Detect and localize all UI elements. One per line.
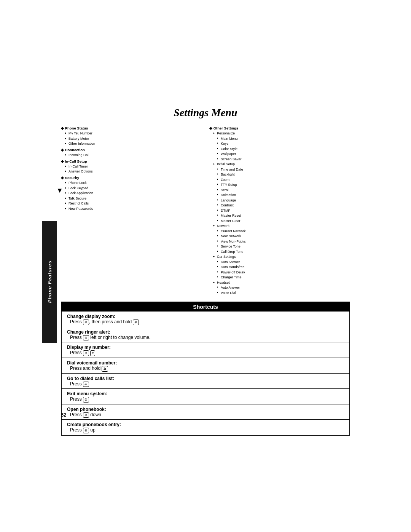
shortcut-dialed-calls-title: Go to dialed calls list: xyxy=(67,376,344,381)
shortcuts-header: Shortcuts xyxy=(62,302,349,312)
menu-left: ◆ Phone Status My Tel. Number Battery Me… xyxy=(61,126,202,296)
item-zoom: Zoom xyxy=(209,177,350,183)
shortcut-voicemail-detail: Press and hold 1₂ xyxy=(67,366,344,372)
item-color-style: Color Style xyxy=(209,147,350,152)
item-screen-saver: Screen Saver xyxy=(209,157,350,162)
section-security: ◆ Security xyxy=(61,175,202,181)
item-contrast: Contrast xyxy=(209,203,350,208)
shortcut-create-entry: Create phonebook entry: Press ⊕ up xyxy=(62,420,349,435)
item-new-network: New Network xyxy=(209,234,350,239)
shortcut-open-phonebook: Open phonebook: Press ⊕ down xyxy=(62,404,349,420)
shortcut-ringer-alert-detail: Press ⊕ left or right to change volume. xyxy=(67,335,344,341)
sidebar-decoration xyxy=(88,457,96,469)
item-language: Language xyxy=(209,198,350,203)
shortcut-exit-menu: Exit menu system: Press ⊘ xyxy=(62,389,349,404)
item-current-network: Current Network xyxy=(209,229,350,234)
shortcut-ringer-alert-title: Change ringer alert: xyxy=(67,329,344,335)
section-in-call-setup: ◆ In-Call Setup xyxy=(61,159,202,164)
btn-zoom-1: ⊕ xyxy=(83,320,89,325)
item-keys: Keys xyxy=(209,141,350,147)
item-initial-setup: Initial Setup xyxy=(209,162,350,167)
page-number: 52 xyxy=(61,412,66,418)
item-view-non-public: View Non-Public xyxy=(209,239,350,244)
item-battery: Battery Meter xyxy=(61,136,202,142)
section-phone-status: ◆ Phone Status xyxy=(61,126,202,131)
item-incoming-call: Incoming Call xyxy=(61,153,202,158)
shortcuts-box: Shortcuts Change display zoom: Press ⊕, … xyxy=(61,302,350,436)
menu-columns: ◆ Phone Status My Tel. Number Battery Me… xyxy=(61,126,350,296)
item-network: Network xyxy=(209,224,350,229)
item-call-drop-tone: Call Drop Tone xyxy=(209,249,350,255)
item-charger-time: Charger Time xyxy=(209,275,350,280)
item-animation: Animation xyxy=(209,193,350,198)
main-content: Settings Menu ◆ Phone Status My Tel. Num… xyxy=(61,107,350,436)
shortcut-exit-menu-title: Exit menu system: xyxy=(67,391,344,396)
item-service-tone: Service Tone xyxy=(209,244,350,249)
item-auto-answer: Auto Answer xyxy=(209,260,350,265)
btn-exit: ⊘ xyxy=(83,397,89,403)
item-master-reset: Master Reset xyxy=(209,213,350,219)
menu-right: ◆ Other Settings Personalize Main Menu K… xyxy=(209,126,350,296)
shortcut-display-number-detail: Press ⊕ # xyxy=(67,350,344,356)
btn-voicemail: 1₂ xyxy=(102,366,108,372)
item-other-info: Other Information xyxy=(61,141,202,147)
item-answer-options: Answer Options xyxy=(61,169,202,174)
shortcut-display-number-title: Display my number: xyxy=(67,345,344,350)
shortcut-open-phonebook-detail: Press ⊕ down xyxy=(67,412,344,418)
item-in-call-timer: In-Call Timer xyxy=(61,164,202,169)
shortcut-exit-menu-detail: Press ⊘ xyxy=(67,396,344,403)
item-time-date: Time and Date xyxy=(209,167,350,173)
item-personalize: Personalize xyxy=(209,131,350,136)
item-restrict-calls: Restrict Calls xyxy=(61,201,202,206)
btn-phonebook-down: ⊕ xyxy=(83,412,89,418)
page-title: Settings Menu xyxy=(61,107,350,119)
item-scroll: Scroll xyxy=(209,188,350,193)
item-car-settings: Car Settings xyxy=(209,254,350,260)
shortcut-display-number: Display my number: Press ⊕ # xyxy=(62,342,349,358)
phone-features-sidebar: Phone Features xyxy=(42,221,57,343)
item-headset: Headset xyxy=(209,280,350,286)
shortcut-ringer-alert: Change ringer alert: Press ⊕ left or rig… xyxy=(62,327,349,343)
shortcut-create-entry-title: Create phonebook entry: xyxy=(67,422,344,427)
page-container: Phone Features ▼ Settings Menu ◆ Phone S… xyxy=(0,0,411,532)
shortcut-display-zoom-detail: Press ⊕, then press and hold ⊕ xyxy=(67,319,344,325)
item-voice-dial: Voice Dial xyxy=(209,291,350,296)
item-power-off-delay: Power-off Delay xyxy=(209,270,350,275)
shortcut-voicemail-title: Dial voicemail number: xyxy=(67,360,344,366)
item-talk-secure: Talk Secure xyxy=(61,196,202,201)
btn-ringer: ⊕ xyxy=(83,335,89,341)
shortcut-voicemail: Dial voicemail number: Press and hold 1₂ xyxy=(62,358,349,374)
btn-phonebook-up: ⊕ xyxy=(83,428,89,433)
phone-features-label: Phone Features xyxy=(47,260,53,303)
item-new-passwords: New Passwords xyxy=(61,206,202,212)
shortcut-dialed-calls: Go to dialed calls list: Press ↩ xyxy=(62,374,349,389)
shortcut-display-zoom: Change display zoom: Press ⊕, then press… xyxy=(62,312,349,327)
shortcut-create-entry-detail: Press ⊕ up xyxy=(67,427,344,433)
item-main-menu: Main Menu xyxy=(209,136,350,142)
item-lock-application: Lock Application xyxy=(61,191,202,196)
item-phone-lock: Phone Lock xyxy=(61,181,202,186)
shortcut-display-zoom-title: Change display zoom: xyxy=(67,314,344,319)
item-auto-handsfree: Auto Handsfree xyxy=(209,265,350,270)
item-lock-keypad: Lock Keypad xyxy=(61,186,202,191)
item-wallpaper: Wallpaper xyxy=(209,152,350,157)
btn-zoom-2: ⊕ xyxy=(133,320,139,325)
item-my-tel: My Tel. Number xyxy=(61,131,202,136)
shortcut-dialed-calls-detail: Press ↩ xyxy=(67,381,344,387)
section-other-settings: ◆ Other Settings xyxy=(209,126,350,131)
item-backlight: Backlight xyxy=(209,172,350,177)
shortcut-open-phonebook-title: Open phonebook: xyxy=(67,407,344,412)
item-headset-auto-answer: Auto Answer xyxy=(209,285,350,291)
item-dtmf: DTMF xyxy=(209,208,350,214)
btn-hash: # xyxy=(90,350,95,356)
btn-display-num: ⊕ xyxy=(83,350,89,356)
item-tty-setup: TTY Setup xyxy=(209,182,350,188)
btn-dialed: ↩ xyxy=(83,382,89,387)
item-master-clear: Master Clear xyxy=(209,219,350,224)
section-connection: ◆ Connection xyxy=(61,147,202,153)
